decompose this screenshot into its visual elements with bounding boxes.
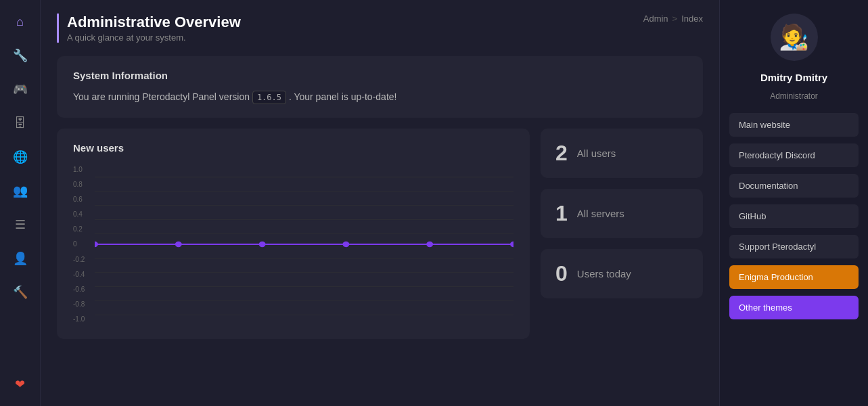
- database-icon: 🗄: [14, 116, 26, 131]
- breadcrumb-separator: >: [672, 14, 678, 24]
- system-info-card: System Information You are running Ptero…: [57, 56, 703, 118]
- pterodactyl-discord-link[interactable]: Pterodactyl Discord: [729, 143, 859, 167]
- stat-card-all-users: 2 All users: [541, 129, 703, 178]
- avatar: 🧑‍🎨: [771, 14, 818, 61]
- user-role: Administrator: [770, 91, 818, 101]
- page-title: Administrative Overview: [67, 14, 241, 31]
- page-subtitle: A quick glance at your system.: [67, 32, 241, 43]
- server-icon: ☰: [15, 217, 26, 232]
- chart-svg: [95, 163, 513, 325]
- system-info-before: You are running Pterodactyl Panel versio…: [73, 91, 250, 102]
- avatar-emoji: 🧑‍🎨: [779, 23, 809, 51]
- system-info-text: You are running Pterodactyl Panel versio…: [73, 91, 687, 104]
- tools-icon: 🔨: [13, 285, 28, 300]
- gamepad-icon: 🎮: [13, 82, 28, 97]
- globe-icon: 🌐: [13, 150, 28, 164]
- page-title-area: Administrative Overview A quick glance a…: [57, 14, 241, 43]
- users-group-icon: 👥: [13, 183, 28, 198]
- other-themes-link[interactable]: Other themes: [729, 296, 859, 319]
- page-header: Administrative Overview A quick glance a…: [57, 14, 703, 43]
- bottom-row: New users 1.0 0.8 0.6 0.4 0.2 0 -0.2 -0.…: [57, 129, 703, 339]
- sidebar-item-globe[interactable]: 🌐: [5, 142, 35, 172]
- enigma-production-link[interactable]: Enigma Production: [729, 265, 859, 289]
- sidebar: ⌂ 🔧 🎮 🗄 🌐 👥 ☰ 👤 🔨 ❤: [0, 0, 41, 406]
- version-badge: 1.6.5: [252, 91, 286, 104]
- chart-title: New users: [73, 142, 513, 154]
- svg-point-14: [342, 242, 349, 247]
- user-name: Dmitry Dmitry: [760, 72, 827, 83]
- sidebar-item-alert[interactable]: ❤: [5, 369, 35, 399]
- svg-point-13: [259, 242, 266, 247]
- breadcrumb-admin: Admin: [643, 14, 668, 24]
- main-website-link[interactable]: Main website: [729, 113, 859, 137]
- breadcrumb: Admin > Index: [643, 14, 703, 24]
- sidebar-item-home[interactable]: ⌂: [5, 7, 35, 37]
- breadcrumb-current: Index: [681, 14, 703, 24]
- stat-number-servers: 1: [555, 201, 568, 226]
- stat-number-users: 2: [555, 141, 568, 166]
- sidebar-item-users-group[interactable]: 👥: [5, 176, 35, 206]
- svg-point-15: [426, 242, 433, 247]
- stats-column: 2 All users 1 All servers 0 Users today: [541, 129, 703, 339]
- home-icon: ⌂: [16, 15, 24, 29]
- svg-point-11: [95, 242, 98, 247]
- stat-label-today: Users today: [577, 268, 631, 279]
- support-pterodactyl-link[interactable]: Support Pterodactyl: [729, 235, 859, 258]
- chart-svg-wrapper: [95, 163, 513, 325]
- right-panel: 🧑‍🎨 Dmitry Dmitry Administrator Main web…: [719, 0, 868, 406]
- stat-number-today: 0: [555, 261, 568, 286]
- svg-point-12: [175, 242, 182, 247]
- stat-label-users: All users: [577, 148, 616, 159]
- team-icon: 👤: [13, 251, 28, 266]
- sidebar-item-team[interactable]: 👤: [5, 244, 35, 273]
- stat-label-servers: All servers: [577, 208, 624, 219]
- system-info-after: . Your panel is up-to-date!: [289, 91, 397, 102]
- stat-card-users-today: 0 Users today: [541, 249, 703, 298]
- sidebar-item-servers[interactable]: ☰: [5, 210, 35, 240]
- stat-card-all-servers: 1 All servers: [541, 189, 703, 238]
- sidebar-item-tools[interactable]: 🔨: [5, 277, 35, 307]
- chart-container: 1.0 0.8 0.6 0.4 0.2 0 -0.2 -0.4 -0.6 -0.…: [73, 163, 513, 325]
- heart-icon: ❤: [15, 377, 25, 392]
- wrench-icon: 🔧: [13, 48, 28, 63]
- documentation-link[interactable]: Documentation: [729, 174, 859, 198]
- y-axis-labels: 1.0 0.8 0.6 0.4 0.2 0 -0.2 -0.4 -0.6 -0.…: [73, 163, 92, 325]
- github-link[interactable]: GitHub: [729, 204, 859, 228]
- chart-card: New users 1.0 0.8 0.6 0.4 0.2 0 -0.2 -0.…: [57, 129, 530, 339]
- sidebar-item-gamepad[interactable]: 🎮: [5, 74, 35, 104]
- sidebar-item-database[interactable]: 🗄: [5, 108, 35, 138]
- svg-point-16: [510, 242, 513, 247]
- main-content: Administrative Overview A quick glance a…: [41, 0, 719, 406]
- system-info-title: System Information: [73, 70, 687, 81]
- sidebar-item-settings[interactable]: 🔧: [5, 41, 35, 70]
